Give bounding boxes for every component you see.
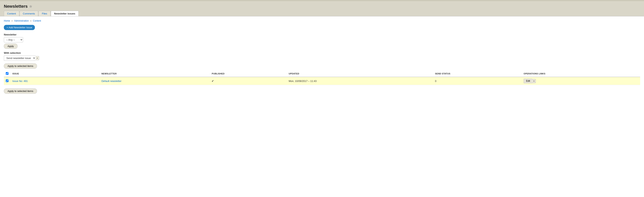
tab-newsletter-issues[interactable]: Newsletter issues	[51, 11, 78, 16]
title-text: Newsletters	[4, 4, 28, 9]
apply-bottom-section: Apply to selected items	[4, 87, 640, 94]
edit-button[interactable]: Edit	[524, 79, 532, 83]
breadcrumb-sep-1: »	[11, 20, 13, 22]
row-issue-cell: Issue No: 491	[10, 77, 100, 85]
newsletter-filter-select[interactable]: – Any –	[4, 37, 23, 42]
breadcrumb-home[interactable]: Home	[4, 20, 10, 22]
table-header-operations: OPERATIONS LINKS	[522, 71, 640, 77]
selection-dropdown-wrap: Send newsletter issue ▾	[4, 56, 640, 61]
apply-filter-button[interactable]: Apply	[4, 44, 18, 49]
table-header-issue: ISSUE	[10, 71, 100, 77]
with-selection-select[interactable]: Send newsletter issue	[4, 56, 36, 61]
edit-button-group: Edit ▾	[524, 79, 638, 83]
breadcrumb: Home » Administration » Content	[4, 20, 640, 22]
row-newsletter-cell: Default newsletter	[100, 77, 210, 85]
updated-value: Mon, 10/09/2017 – 11:43	[289, 80, 316, 83]
send-status-value: 0	[435, 80, 436, 83]
filter-label: Newsletter	[4, 33, 640, 36]
breadcrumb-administration[interactable]: Administration	[14, 20, 29, 22]
breadcrumb-sep-2: »	[30, 20, 32, 22]
table-header-updated: UPDATED	[287, 71, 433, 77]
filter-section: Newsletter – Any – Apply	[4, 33, 640, 49]
row-checkbox[interactable]	[6, 79, 8, 82]
content-area: Home » Administration » Content + Add Ne…	[0, 16, 644, 97]
row-updated-cell: Mon, 10/09/2017 – 11:43	[287, 77, 433, 85]
table-header-published: PUBLISHED	[210, 71, 287, 77]
star-icon[interactable]: ☆	[29, 5, 32, 8]
select-all-checkbox[interactable]	[6, 72, 8, 75]
with-selection-section: With selection Send newsletter issue ▾ A…	[4, 52, 640, 69]
table-header: ISSUE NEWSLETTER PUBLISHED UPDATED SEND …	[4, 71, 640, 77]
add-newsletter-issue-button[interactable]: + Add Newsletter Issue	[4, 25, 35, 30]
row-published-cell: ✔	[210, 77, 287, 85]
table-row: Issue No: 491 Default newsletter ✔ Mon, …	[4, 77, 640, 85]
tabs-container: Content Comments Files Newsletter issues	[4, 11, 640, 16]
published-checkmark: ✔	[212, 79, 214, 83]
apply-to-selected-bottom-button[interactable]: Apply to selected items	[4, 88, 37, 94]
row-operations-cell: Edit ▾	[522, 77, 640, 85]
issue-link[interactable]: Issue No: 491	[12, 80, 28, 83]
page-title: Newsletters ☆	[4, 4, 640, 9]
table-body: Issue No: 491 Default newsletter ✔ Mon, …	[4, 77, 640, 85]
apply-to-selected-top-button[interactable]: Apply to selected items	[4, 63, 37, 69]
breadcrumb-content[interactable]: Content	[33, 20, 41, 22]
tab-content[interactable]: Content	[4, 11, 19, 16]
selection-dropdown-arrow-icon[interactable]: ▾	[36, 56, 39, 60]
page-header: Newsletters ☆ Content Comments Files New…	[0, 1, 644, 16]
table-header-checkbox-col	[4, 71, 10, 77]
tab-files[interactable]: Files	[38, 11, 50, 16]
row-send-status-cell: 0	[433, 77, 522, 85]
newsletter-issues-table: ISSUE NEWSLETTER PUBLISHED UPDATED SEND …	[4, 71, 640, 85]
edit-dropdown-arrow-icon[interactable]: ▾	[532, 79, 536, 83]
table-header-newsletter: NEWSLETTER	[100, 71, 210, 77]
newsletter-link[interactable]: Default newsletter	[102, 80, 122, 83]
row-checkbox-cell	[4, 77, 10, 85]
with-selection-label: With selection	[4, 52, 640, 54]
table-header-row: ISSUE NEWSLETTER PUBLISHED UPDATED SEND …	[4, 71, 640, 77]
tab-comments[interactable]: Comments	[20, 11, 38, 16]
table-header-send-status: SEND STATUS	[433, 71, 522, 77]
